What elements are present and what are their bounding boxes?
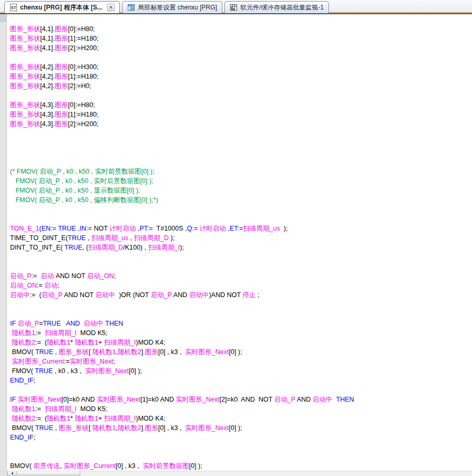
code-line[interactable] — [10, 252, 472, 262]
code-line[interactable]: BMOV( 前景传送, 实时图形_Current[0] , k3 , 实时前景数… — [10, 461, 472, 471]
code-line[interactable]: (* FMOV( 启动_P , k0 , k50 , 实时前景数据图[0] ); — [10, 167, 472, 176]
device-monitor-icon — [230, 4, 238, 11]
tab-label: 软元件/缓冲存储器批量监视-1 — [240, 4, 324, 11]
code-line[interactable] — [10, 148, 472, 157]
scrollbar-corner — [0, 471, 7, 476]
code-line[interactable]: 启动中:= (启动_P AND NOT 启动中 )OR (NOT 启动_P AN… — [10, 290, 472, 300]
code-line[interactable]: BMOV( TRUE , 图形_形状[ 随机数1,随机数2].图形[0] , k… — [10, 347, 472, 357]
horizontal-scrollbar[interactable] — [0, 471, 472, 476]
code-line[interactable]: 启动_ON:= 启动; — [10, 281, 472, 290]
code-line[interactable] — [10, 309, 472, 319]
code-line[interactable] — [10, 442, 472, 452]
code-line[interactable]: 图形_形状[4,3].图形[2]:=H200; — [10, 119, 472, 129]
code-line[interactable] — [10, 157, 472, 167]
code-line[interactable] — [10, 138, 472, 148]
editor-gutter — [0, 14, 7, 471]
tab-label: 局部标签设置 chenxu [PRG] — [138, 4, 217, 11]
code-line[interactable]: BMOV( TRUE , 图形_形状[ 随机数1,随机数2].图形[0] , k… — [10, 423, 472, 433]
code-line[interactable]: 图形_形状[4,2].图形[2]:=H0; — [10, 81, 472, 91]
code-line[interactable]: 图形_形状[4,2].图形[1]:=H180; — [10, 72, 472, 81]
scroll-left-button[interactable] — [7, 471, 16, 476]
code-line[interactable]: 实时图形_Current:=实时图形_Next; — [10, 357, 472, 366]
st-editor-area[interactable]: 图形_形状[4,1].图形[0]:=H80;图形_形状[4,1].图形[1]:=… — [0, 14, 472, 471]
tab-local-label-settings[interactable]: 局部标签设置 chenxu [PRG] — [122, 1, 222, 13]
st-program-icon: ST — [10, 4, 17, 11]
code-line[interactable]: 随机数1:= 扫描周期_I MOD K5; — [10, 328, 472, 338]
code-line[interactable]: 随机数2:= (随机数1* 随机数1+ 扫描周期_I)MOD K4; — [10, 414, 472, 423]
code-line[interactable]: 图形_形状[4,3].图形[0]:=H80; — [10, 100, 472, 110]
code-line[interactable]: 图形_形状[4,1].图形[0]:=H80; — [10, 24, 472, 34]
code-line[interactable] — [10, 53, 472, 62]
code-line[interactable]: DINT_TO_INT_E( TRUE, (扫描周期_D/K100) , 扫描周… — [10, 243, 472, 252]
tab-label: chenxu [PRG] 程序本体 [S... — [20, 4, 102, 11]
label-settings-icon — [127, 4, 135, 11]
code-line[interactable] — [10, 214, 472, 224]
tab-device-buffer-monitor[interactable]: 软元件/缓冲存储器批量监视-1 — [224, 1, 329, 13]
code-line[interactable]: 随机数1:= 扫描周期_I MOD K5; — [10, 404, 472, 414]
svg-text:ST: ST — [11, 5, 16, 10]
tab-program-body[interactable]: ST chenxu [PRG] 程序本体 [S... ✕ — [4, 1, 120, 13]
code-line[interactable] — [10, 452, 472, 461]
code-line[interactable]: FMOV( 启动_P , k0 , k50 , 实时后景数据图[0] ); — [10, 176, 472, 186]
code-line[interactable]: IF 实时图形_Next[0]=k0 AND 实时图形_Next[1]=k0 A… — [10, 395, 472, 404]
code-line[interactable]: FMOV( 启动_P , k0 , k50 , 偏移判断数据图[0] );*) — [10, 195, 472, 205]
code-line[interactable]: END_IF; — [10, 433, 472, 442]
code-line[interactable] — [10, 385, 472, 395]
code-line[interactable] — [10, 205, 472, 214]
code-line[interactable] — [10, 91, 472, 100]
code-line[interactable]: 图形_形状[4,1].图形[1]:=H180; — [10, 34, 472, 43]
code-line[interactable] — [10, 129, 472, 138]
ide-window: ST chenxu [PRG] 程序本体 [S... ✕ 局部标签设置 chen… — [0, 0, 472, 476]
code-line[interactable]: 启动_P:= 启动 AND NOT 启动_ON; — [10, 271, 472, 281]
code-line[interactable]: IF 启动_P=TRUE AND 启动中 THEN — [10, 319, 472, 328]
document-tab-bar: ST chenxu [PRG] 程序本体 [S... ✕ 局部标签设置 chen… — [0, 0, 472, 14]
code-line[interactable]: TIME_TO_DINT_E(TRUE , 扫描周期_us , 扫描周期_D )… — [10, 233, 472, 243]
code-line[interactable] — [10, 262, 472, 271]
tab-close-button[interactable]: ✕ — [107, 4, 115, 11]
scroll-left-icon — [11, 472, 13, 475]
code-line[interactable] — [10, 300, 472, 309]
code-editor[interactable]: 图形_形状[4,1].图形[0]:=H80;图形_形状[4,1].图形[1]:=… — [7, 14, 472, 471]
code-line[interactable]: END_IF; — [10, 376, 472, 385]
code-line[interactable]: 图形_形状[4,2].图形[0]:=H300; — [10, 62, 472, 72]
gutter-cap — [0, 14, 6, 22]
code-line[interactable]: TON_E_1(EN:= TRUE ,IN:= NOT 计时启动 ,PT:= T… — [10, 224, 472, 233]
code-line[interactable]: FMOV( 启动_P , k0 , k50 , 显示数据图[0] ); — [10, 186, 472, 195]
code-line[interactable]: 图形_形状[4,1].图形[2]:=H200; — [10, 43, 472, 53]
scrollbar-thumb[interactable] — [17, 471, 80, 476]
code-line[interactable]: FMOV( TRUE , k0 , k3 , 实时图形_Next[0] ); — [10, 366, 472, 376]
code-line[interactable]: 图形_形状[4,3].图形[1]:=H180; — [10, 110, 472, 119]
code-line[interactable]: 随机数2:= (随机数1* 随机数1+ 扫描周期_I)MOD K4; — [10, 338, 472, 347]
